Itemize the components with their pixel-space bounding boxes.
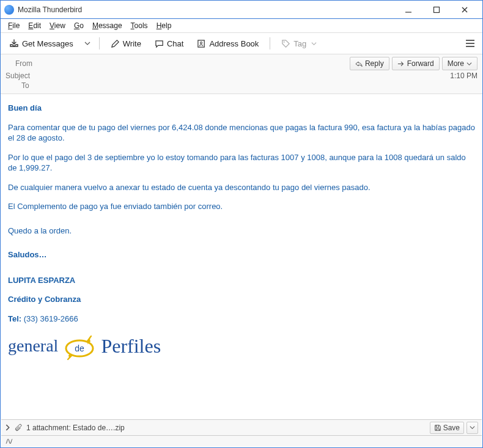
body-paragraph: De cualquier manera vuelvo a anexar tu e… — [8, 182, 475, 193]
svg-rect-1 — [434, 7, 440, 12]
minimize-button[interactable] — [394, 1, 422, 18]
menu-file[interactable]: File — [4, 20, 23, 31]
reply-arrow-icon — [355, 61, 363, 67]
chevron-down-icon — [470, 425, 475, 430]
more-button[interactable]: More — [442, 57, 477, 70]
signature-logo: general de Perfiles — [8, 333, 475, 359]
tel-label: Tel: — [8, 314, 21, 323]
menu-tools[interactable]: Tools — [127, 20, 152, 31]
body-paragraph: Para comentar que de tu pago del viernes… — [8, 122, 475, 144]
hamburger-icon — [465, 39, 475, 48]
reply-button[interactable]: Reply — [350, 57, 389, 70]
attachment-text[interactable]: 1 attachment: Estado de….zip — [26, 424, 125, 432]
signature-name: LUPITA ESPARZA — [8, 275, 475, 286]
app-icon — [4, 5, 14, 15]
get-messages-label: Get Messages — [22, 39, 73, 48]
app-menu-button[interactable] — [462, 35, 479, 52]
message-header: From Reply Forward More Subject 1:10 PM … — [1, 54, 482, 94]
tag-button[interactable]: Tag — [276, 37, 322, 51]
window-titlebar: Mozilla Thunderbird — [1, 1, 482, 19]
tag-icon — [281, 39, 290, 48]
window-title: Mozilla Thunderbird — [18, 6, 394, 14]
more-label: More — [448, 59, 464, 68]
attachment-bar: 1 attachment: Estado de….zip Save — [1, 419, 482, 435]
logo-word-perfiles: Perfiles — [101, 333, 161, 359]
signature-dept: Crédito y Cobranza — [8, 294, 475, 305]
menu-edit[interactable]: Edit — [24, 20, 45, 31]
menubar: File Edit View Go Message Tools Help — [1, 19, 482, 32]
forward-arrow-icon — [397, 61, 405, 67]
svg-point-5 — [201, 42, 202, 43]
logo-de-text: de — [75, 343, 85, 353]
chevron-right-icon — [5, 424, 10, 431]
address-book-icon — [197, 39, 206, 48]
body-paragraph: Quedo a la orden. — [8, 226, 475, 237]
paperclip-icon — [14, 424, 23, 432]
chevron-down-icon — [466, 61, 472, 67]
header-subject-label: Subject — [6, 72, 30, 80]
status-bar — [1, 435, 482, 447]
pencil-icon — [111, 39, 120, 48]
chat-button[interactable]: Chat — [150, 37, 188, 51]
signature-tel: Tel: (33) 3619-2666 — [8, 314, 475, 325]
close-button[interactable] — [451, 1, 479, 18]
body-saludos: Saludos… — [8, 249, 475, 260]
address-book-label: Address Book — [209, 39, 259, 48]
message-body: Buen día Para comentar que de tu pago de… — [1, 94, 482, 424]
inbox-download-icon — [9, 39, 19, 48]
toolbar-separator — [270, 37, 270, 50]
body-greeting: Buen día — [8, 103, 475, 114]
menu-message[interactable]: Message — [89, 20, 126, 31]
main-toolbar: Get Messages Write Chat Address Book Tag — [1, 32, 482, 54]
header-time: 1:10 PM — [450, 72, 477, 80]
forward-label: Forward — [407, 59, 434, 68]
reply-label: Reply — [365, 59, 384, 68]
body-paragraph: El Complemento de pago ya fue enviado ta… — [8, 201, 475, 212]
attachment-save-dropdown[interactable] — [466, 422, 478, 434]
attachment-save-button[interactable]: Save — [430, 422, 464, 434]
maximize-button[interactable] — [422, 1, 451, 18]
svg-point-6 — [284, 41, 285, 42]
header-from-label: From — [6, 59, 32, 68]
attachment-expand-toggle[interactable] — [5, 424, 10, 431]
header-to-label: To — [21, 81, 29, 90]
chat-bubble-icon — [155, 39, 164, 48]
chevron-down-icon — [311, 41, 317, 46]
logo-swirl-icon: de — [63, 334, 96, 358]
menu-view[interactable]: View — [46, 20, 69, 31]
tel-value: (33) 3619-2666 — [21, 314, 78, 323]
write-label: Write — [123, 39, 141, 48]
menu-go[interactable]: Go — [70, 20, 87, 31]
save-label: Save — [443, 424, 460, 432]
chat-label: Chat — [167, 39, 183, 48]
forward-button[interactable]: Forward — [392, 57, 440, 70]
get-messages-button[interactable]: Get Messages — [4, 36, 78, 51]
write-button[interactable]: Write — [106, 37, 146, 51]
logo-word-general: general — [8, 334, 58, 358]
save-disk-icon — [434, 424, 441, 431]
chevron-down-icon — [84, 40, 90, 46]
activity-indicator-icon[interactable] — [5, 438, 13, 445]
body-paragraph: Por lo que el pago del 3 de septiembre y… — [8, 152, 475, 174]
menu-help[interactable]: Help — [153, 20, 175, 31]
get-messages-dropdown[interactable] — [82, 38, 93, 49]
address-book-button[interactable]: Address Book — [192, 37, 264, 51]
toolbar-separator — [99, 37, 100, 50]
tag-label: Tag — [293, 39, 306, 48]
